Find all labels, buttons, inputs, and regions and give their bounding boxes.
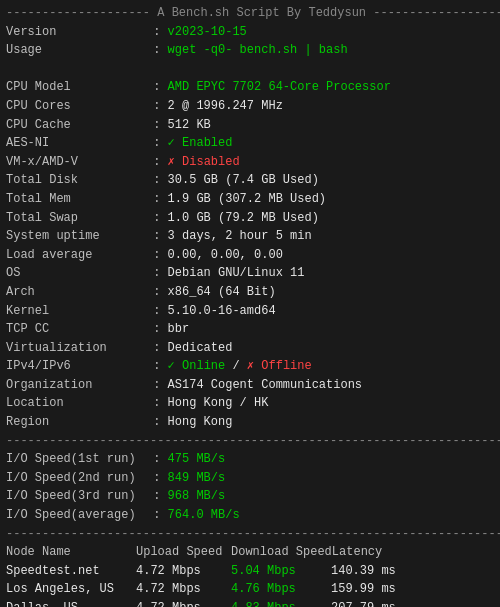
- io-run2-value: 849 MB/s: [168, 469, 226, 488]
- location-label: Location: [6, 394, 146, 413]
- io-run3-value: 968 MB/s: [168, 487, 226, 506]
- io-run2-label: I/O Speed(2nd run): [6, 469, 146, 488]
- total-swap-value: 1.0 GB (79.2 MB Used): [168, 209, 319, 228]
- location-line: Location : Hong Kong / HK: [6, 394, 494, 413]
- terminal: -------------------- A Bench.sh Script B…: [0, 0, 500, 607]
- vm-amd-value: ✗ Disabled: [168, 153, 240, 172]
- node-upload: 4.72 Mbps: [136, 562, 231, 581]
- ipv4-label: IPv4/IPv6: [6, 357, 146, 376]
- kernel-value: 5.10.0-16-amd64: [168, 302, 276, 321]
- header-divider: -------------------- A Bench.sh Script B…: [6, 4, 494, 23]
- io-run2-line: I/O Speed(2nd run) : 849 MB/s: [6, 469, 494, 488]
- os-line: OS : Debian GNU/Linux 11: [6, 264, 494, 283]
- io-run3-label: I/O Speed(3rd run): [6, 487, 146, 506]
- network-divider: ----------------------------------------…: [6, 525, 494, 544]
- network-row: Speedtest.net4.72 Mbps5.04 Mbps140.39 ms: [6, 562, 494, 581]
- col-download: Download Speed: [231, 543, 332, 562]
- version-line: Version : v2023-10-15: [6, 23, 494, 42]
- aes-ni-line: AES-NI : ✓ Enabled: [6, 134, 494, 153]
- arch-label: Arch: [6, 283, 146, 302]
- cpu-cache-line: CPU Cache : 512 KB: [6, 116, 494, 135]
- region-value: Hong Kong: [168, 413, 233, 432]
- col-upload: Upload Speed: [136, 543, 231, 562]
- network-table-header: Node Name Upload Speed Download Speed La…: [6, 543, 494, 562]
- arch-line: Arch : x86_64 (64 Bit): [6, 283, 494, 302]
- usage-cmd: wget -q0- bench.sh | bash: [168, 41, 348, 60]
- virt-value: Dedicated: [168, 339, 233, 358]
- os-value: Debian GNU/Linux 11: [168, 264, 305, 283]
- node-download: 5.04 Mbps: [231, 562, 331, 581]
- cpu-cores-value: 2 @ 1996.247 MHz: [168, 97, 283, 116]
- blank1: [6, 60, 494, 79]
- uptime-line: System uptime : 3 days, 2 hour 5 min: [6, 227, 494, 246]
- node-download: 4.76 Mbps: [231, 580, 331, 599]
- tcp-value: bbr: [168, 320, 190, 339]
- total-mem-line: Total Mem : 1.9 GB (307.2 MB Used): [6, 190, 494, 209]
- node-download: 4.83 Mbps: [231, 599, 331, 607]
- ipv4-online: ✓ Online: [168, 357, 226, 376]
- io-run1-value: 475 MB/s: [168, 450, 226, 469]
- cpu-cache-value: 512 KB: [168, 116, 211, 135]
- kernel-label: Kernel: [6, 302, 146, 321]
- io-run3-line: I/O Speed(3rd run) : 968 MB/s: [6, 487, 494, 506]
- io-avg-label: I/O Speed(average): [6, 506, 146, 525]
- aes-ni-value: ✓ Enabled: [168, 134, 233, 153]
- total-disk-value: 30.5 GB (7.4 GB Used): [168, 171, 319, 190]
- node-upload: 4.72 Mbps: [136, 599, 231, 607]
- location-value: Hong Kong / HK: [168, 394, 269, 413]
- ipv4-line: IPv4/IPv6 : ✓ Online / ✗ Offline: [6, 357, 494, 376]
- col-latency: Latency: [332, 543, 382, 562]
- network-row: Los Angeles, US4.72 Mbps4.76 Mbps159.99 …: [6, 580, 494, 599]
- node-latency: 159.99 ms: [331, 580, 396, 599]
- org-value: AS174 Cogent Communications: [168, 376, 362, 395]
- virt-label: Virtualization: [6, 339, 146, 358]
- usage-line: Usage : wget -q0- bench.sh | bash: [6, 41, 494, 60]
- io-avg-line: I/O Speed(average) : 764.0 MB/s: [6, 506, 494, 525]
- col-node: Node Name: [6, 543, 136, 562]
- load-value: 0.00, 0.00, 0.00: [168, 246, 283, 265]
- node-name: Los Angeles, US: [6, 580, 136, 599]
- network-rows-container: Speedtest.net4.72 Mbps5.04 Mbps140.39 ms…: [6, 562, 494, 607]
- cpu-cores-line: CPU Cores : 2 @ 1996.247 MHz: [6, 97, 494, 116]
- node-latency: 140.39 ms: [331, 562, 396, 581]
- cpu-model-value: AMD EPYC 7702 64-Core Processor: [168, 78, 391, 97]
- total-disk-label: Total Disk: [6, 171, 146, 190]
- io-avg-value: 764.0 MB/s: [168, 506, 240, 525]
- uptime-value: 3 days, 2 hour 5 min: [168, 227, 312, 246]
- io-run1-line: I/O Speed(1st run) : 475 MB/s: [6, 450, 494, 469]
- arch-value: x86_64 (64 Bit): [168, 283, 276, 302]
- region-label: Region: [6, 413, 146, 432]
- cpu-model-line: CPU Model : AMD EPYC 7702 64-Core Proces…: [6, 78, 494, 97]
- total-mem-value: 1.9 GB (307.2 MB Used): [168, 190, 326, 209]
- virt-line: Virtualization : Dedicated: [6, 339, 494, 358]
- total-disk-line: Total Disk : 30.5 GB (7.4 GB Used): [6, 171, 494, 190]
- total-mem-label: Total Mem: [6, 190, 146, 209]
- tcp-label: TCP CC: [6, 320, 146, 339]
- load-label: Load average: [6, 246, 146, 265]
- vm-amd-line: VM-x/AMD-V : ✗ Disabled: [6, 153, 494, 172]
- org-label: Organization: [6, 376, 146, 395]
- node-upload: 4.72 Mbps: [136, 580, 231, 599]
- tcp-line: TCP CC : bbr: [6, 320, 494, 339]
- node-name: Speedtest.net: [6, 562, 136, 581]
- total-swap-label: Total Swap: [6, 209, 146, 228]
- io-run1-label: I/O Speed(1st run): [6, 450, 146, 469]
- usage-label: Usage: [6, 41, 146, 60]
- ipv4-offline: ✗ Offline: [247, 357, 312, 376]
- load-line: Load average : 0.00, 0.00, 0.00: [6, 246, 494, 265]
- kernel-line: Kernel : 5.10.0-16-amd64: [6, 302, 494, 321]
- ipv4-sep: /: [225, 357, 247, 376]
- network-row: Dallas, US4.72 Mbps4.83 Mbps207.79 ms: [6, 599, 494, 607]
- aes-ni-label: AES-NI: [6, 134, 146, 153]
- cpu-cache-label: CPU Cache: [6, 116, 146, 135]
- version-value: v2023-10-15: [168, 23, 247, 42]
- os-label: OS: [6, 264, 146, 283]
- cpu-model-label: CPU Model: [6, 78, 146, 97]
- uptime-label: System uptime: [6, 227, 146, 246]
- org-line: Organization : AS174 Cogent Communicatio…: [6, 376, 494, 395]
- node-name: Dallas, US: [6, 599, 136, 607]
- vm-amd-label: VM-x/AMD-V: [6, 153, 146, 172]
- version-label: Version: [6, 23, 146, 42]
- total-swap-line: Total Swap : 1.0 GB (79.2 MB Used): [6, 209, 494, 228]
- node-latency: 207.79 ms: [331, 599, 396, 607]
